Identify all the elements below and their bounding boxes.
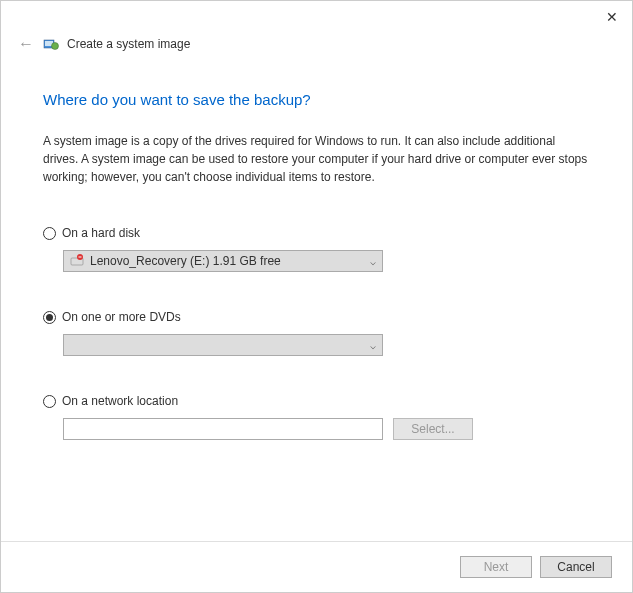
close-icon: ✕ (606, 9, 618, 25)
titlebar: ✕ (1, 1, 632, 33)
close-button[interactable]: ✕ (602, 7, 622, 27)
system-image-icon (43, 36, 59, 52)
radio-icon (43, 311, 56, 324)
network-row: Select... (63, 418, 590, 440)
svg-point-2 (52, 43, 59, 50)
chevron-down-icon: ⌵ (370, 256, 376, 267)
drive-icon (70, 254, 84, 268)
chevron-down-icon: ⌵ (370, 340, 376, 351)
radio-network[interactable]: On a network location (43, 394, 590, 408)
wizard-title: Create a system image (67, 37, 190, 51)
hard-disk-dropdown[interactable]: Lenovo_Recovery (E:) 1.91 GB free ⌵ (63, 250, 383, 272)
svg-rect-5 (79, 257, 82, 258)
radio-label-dvd: On one or more DVDs (62, 310, 181, 324)
dvd-dropdown[interactable]: ⌵ (63, 334, 383, 356)
radio-icon (43, 227, 56, 240)
hard-disk-selected: Lenovo_Recovery (E:) 1.91 GB free (90, 254, 281, 268)
radio-label-hard-disk: On a hard disk (62, 226, 140, 240)
radio-label-network: On a network location (62, 394, 178, 408)
radio-hard-disk[interactable]: On a hard disk (43, 226, 590, 240)
wizard-header: ← Create a system image (1, 33, 632, 61)
network-path-input[interactable] (63, 418, 383, 440)
radio-icon (43, 395, 56, 408)
next-button[interactable]: Next (460, 556, 532, 578)
option-network: On a network location Select... (43, 394, 590, 440)
page-heading: Where do you want to save the backup? (43, 91, 590, 108)
option-dvd: On one or more DVDs ⌵ (43, 310, 590, 356)
radio-dvd[interactable]: On one or more DVDs (43, 310, 590, 324)
description-text: A system image is a copy of the drives r… (43, 132, 590, 186)
option-hard-disk: On a hard disk Lenovo_Recovery (E:) 1.91… (43, 226, 590, 272)
content-area: Where do you want to save the backup? A … (1, 61, 632, 440)
cancel-button[interactable]: Cancel (540, 556, 612, 578)
footer: Next Cancel (1, 541, 632, 592)
select-network-button[interactable]: Select... (393, 418, 473, 440)
back-icon[interactable]: ← (17, 35, 35, 53)
